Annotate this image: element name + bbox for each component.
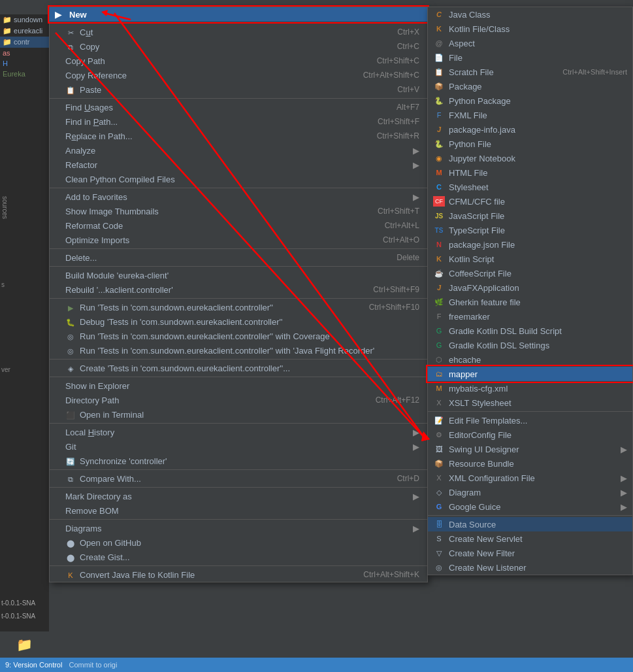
copy-item[interactable]: ⧉Copy Ctrl+C [50,39,427,54]
kotlin-script-item[interactable]: K Kotlin Script [428,252,632,266]
jupyter-icon: ◉ [433,153,445,163]
bottom-icon-bar: 📁 [0,631,49,658]
add-favorites-item[interactable]: Add to Favorites ▶ [50,190,427,204]
editorconfig-icon: ⚙ [433,429,445,440]
synchronize-item[interactable]: 🔄Synchronize 'controller' [50,454,427,468]
tree-item-sna1: t-0.0.1-SNA [1,599,35,607]
html-item[interactable]: M HTML File [428,165,632,180]
local-history-item[interactable]: Local History ▶ [50,425,427,439]
gradle-kotlin-build-item[interactable]: G Gradle Kotlin DSL Build Script [428,324,632,338]
analyze-item[interactable]: Analyze ▶ [50,143,427,158]
directory-path-item[interactable]: Directory Path Ctrl+Alt+F12 [50,393,427,407]
find-usages-item[interactable]: Find Usages Alt+F7 [50,100,427,114]
data-source-item[interactable]: 🗄 Data Source [428,517,632,531]
xml-config-item[interactable]: X XML Configuration File ▶ [428,471,632,485]
filter-icon: ▽ [433,548,445,558]
package-item[interactable]: 📦 Package [428,79,632,93]
cut-item[interactable]: ✂Cut Ctrl+X [50,25,427,39]
ehcache-item[interactable]: ⬡ ehcache [428,352,632,367]
tree-item-sundown[interactable]: 📁 sundown [0,14,49,25]
python-package-item[interactable]: 🐍 Python Package [428,93,632,108]
gradle-kotlin-settings-item[interactable]: G Gradle Kotlin DSL Settings [428,338,632,352]
run-coverage-item[interactable]: ◎Run 'Tests in 'com.sundown.eurekaclient… [50,329,427,343]
refactor-arrow: ▶ [413,160,419,170]
history-arrow: ▶ [413,428,419,437]
kotlin-file-item[interactable]: K Kotlin File/Class [428,22,632,36]
cfml-item[interactable]: CF CFML/CFC file [428,194,632,209]
ts-item[interactable]: TS TypeScript File [428,223,632,237]
show-explorer-item[interactable]: Show in Explorer [50,378,427,393]
resource-icon: 📦 [433,458,445,469]
package-info-item[interactable]: J package-info.java [428,122,632,137]
copy-reference-item[interactable]: Copy Reference Ctrl+Alt+Shift+C [50,68,427,82]
refactor-item[interactable]: Refactor ▶ [50,158,427,172]
tree-item-h[interactable]: H [0,58,49,69]
mapper-item[interactable]: 🗂 mapper [428,367,632,381]
tree-item-eureka[interactable]: Eureka [0,69,49,79]
xslt-item[interactable]: X XSLT Stylesheet [428,395,632,410]
paste-item[interactable]: 📋Paste Ctrl+V [50,82,427,97]
jupyter-item[interactable]: ◉ Jupyter Notebook [428,151,632,165]
gradle-settings-icon: G [433,340,445,350]
js-item[interactable]: JS JavaScript File [428,209,632,223]
java-class-item[interactable]: C Java Class [428,7,632,22]
java-class-icon: C [433,9,445,20]
compare-with-item[interactable]: ⧉Compare With... Ctrl+D [50,471,427,486]
mybatis-item[interactable]: M mybatis-cfg.xml [428,381,632,395]
aspect-item[interactable]: @ Aspect [428,36,632,50]
clean-python-item[interactable]: Clean Python Compiled Files [50,172,427,186]
tree-item-controller[interactable]: 📁 contr [0,37,49,48]
tree-item-as[interactable]: as [0,48,49,58]
replace-in-path-item[interactable]: Replace in Path... Ctrl+Shift+R [50,129,427,143]
diagram-item[interactable]: ◇ Diagram ▶ [428,485,632,499]
reformat-code-item[interactable]: Reformat Code Ctrl+Alt+L [50,218,427,233]
create-filter-item[interactable]: ▽ Create New Filter [428,546,632,560]
editorconfig-item[interactable]: ⚙ EditorConfig File [428,428,632,442]
swing-item[interactable]: 🖼 Swing UI Designer ▶ [428,442,632,456]
delete-item[interactable]: Delete... Delete [50,250,427,265]
run-flight-item[interactable]: ◎Run 'Tests in 'com.sundown.eurekaclient… [50,343,427,358]
file-item[interactable]: 📄 File [428,50,632,65]
coverage-icon: ◎ [65,333,76,341]
javafx-item[interactable]: J JavaFXApplication [428,280,632,295]
google-guice-item[interactable]: G Google Guice ▶ [428,499,632,514]
submenu-sep-1 [428,411,632,412]
open-terminal-item[interactable]: ⬛Open in Terminal [50,407,427,422]
tree-item-eurekacli[interactable]: 📁 eurekacli [0,25,49,37]
show-thumbnails-item[interactable]: Show Image Thumbnails Ctrl+Shift+T [50,204,427,218]
npm-icon: N [433,239,445,250]
xslt-icon: X [433,397,445,408]
mapper-icon: 🗂 [433,369,445,379]
run-tests-item[interactable]: ▶Run 'Tests in 'com.sundown.eurekaclient… [50,300,427,314]
diagrams-item[interactable]: Diagrams ▶ [50,521,427,535]
open-github-item[interactable]: ⬤Open on GitHub [50,535,427,550]
create-gist-item[interactable]: ⬤Create Gist... [50,550,427,564]
optimize-imports-item[interactable]: Optimize Imports Ctrl+Alt+O [50,233,427,247]
rebuild-item[interactable]: Rebuild '...kaclient.controller' Ctrl+Sh… [50,282,427,297]
python-file-item[interactable]: 🐍 Python File [428,137,632,151]
convert-kotlin-item[interactable]: KConvert Java File to Kotlin File Ctrl+A… [50,567,427,582]
create-servlet-item[interactable]: S Create New Servlet [428,531,632,546]
coffee-item[interactable]: ☕ CoffeeScript File [428,266,632,280]
run-icon: ▶ [65,304,76,312]
remove-bom-item[interactable]: Remove BOM [50,503,427,518]
mark-directory-item[interactable]: Mark Directory as ▶ [50,489,427,503]
fxml-item[interactable]: F FXML File [428,108,632,122]
scratch-file-item[interactable]: 📋 Scratch File Ctrl+Alt+Shift+Insert [428,65,632,79]
find-in-path-item[interactable]: Find in Path... Ctrl+Shift+F [50,114,427,129]
stylesheet-item[interactable]: C Stylesheet [428,180,632,194]
fxml-icon: F [433,110,445,120]
create-listener-item[interactable]: ◎ Create New Listener [428,560,632,575]
resource-bundle-item[interactable]: 📦 Resource Bundle [428,456,632,471]
edit-templates-item[interactable]: 📝 Edit File Templates... [428,413,632,428]
copy-path-item[interactable]: Copy Path Ctrl+Shift+C [50,54,427,68]
build-module-item[interactable]: Build Module 'eureka-client' [50,268,427,282]
xml-arrow: ▶ [621,473,627,483]
new-menu-item[interactable]: ▶ New [50,7,427,22]
freemarker-item[interactable]: F freemarker [428,309,632,324]
git-item[interactable]: Git ▶ [50,439,427,454]
create-tests-item[interactable]: ◈Create 'Tests in 'com.sundown.eurekacli… [50,361,427,375]
gherkin-item[interactable]: 🌿 Gherkin feature file [428,295,632,309]
debug-tests-item[interactable]: 🐛Debug 'Tests in 'com.sundown.eurekaclie… [50,314,427,329]
package-json-item[interactable]: N package.json File [428,237,632,252]
